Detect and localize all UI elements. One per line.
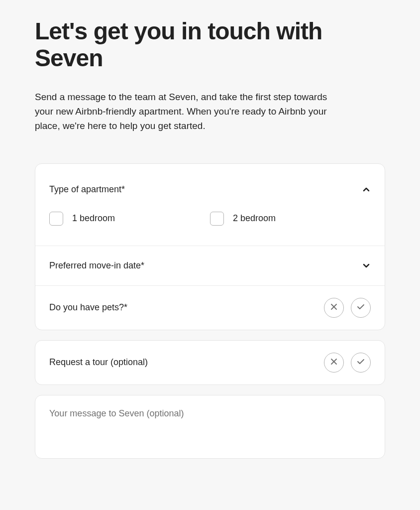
- chevron-down-icon: [362, 261, 371, 270]
- close-icon: [330, 358, 337, 367]
- tour-toggle: [324, 353, 371, 373]
- apartment-type-label: Type of apartment*: [49, 184, 125, 195]
- option-2-bedroom-label: 2 bedroom: [233, 213, 276, 224]
- form-card-main: Type of apartment* 1 bedroom 2 bedroom P…: [35, 163, 385, 330]
- section-pets: Do you have pets?*: [35, 286, 385, 330]
- apartment-type-options: 1 bedroom 2 bedroom: [35, 204, 385, 246]
- section-tour: Request a tour (optional): [35, 341, 385, 384]
- check-icon: [357, 303, 365, 312]
- section-move-in-date[interactable]: Preferred move-in date*: [35, 246, 385, 286]
- checkbox-1-bedroom[interactable]: [49, 212, 63, 226]
- option-2-bedroom[interactable]: 2 bedroom: [210, 212, 371, 226]
- pets-no-button[interactable]: [324, 298, 344, 318]
- checkbox-2-bedroom[interactable]: [210, 212, 224, 226]
- move-in-label: Preferred move-in date*: [49, 260, 144, 271]
- form-card-message: [35, 395, 385, 459]
- message-textarea[interactable]: [49, 408, 371, 440]
- pets-label: Do you have pets?*: [49, 302, 127, 313]
- option-1-bedroom[interactable]: 1 bedroom: [49, 212, 210, 226]
- page-title: Let's get you in touch with Seven: [35, 18, 385, 72]
- form-card-tour: Request a tour (optional): [35, 340, 385, 385]
- section-apartment-type[interactable]: Type of apartment*: [35, 164, 385, 204]
- option-1-bedroom-label: 1 bedroom: [72, 213, 115, 224]
- tour-label: Request a tour (optional): [49, 357, 148, 368]
- pets-toggle: [324, 298, 371, 318]
- close-icon: [330, 303, 337, 312]
- check-icon: [357, 358, 365, 367]
- intro-text: Send a message to the team at Seven, and…: [35, 90, 343, 133]
- tour-no-button[interactable]: [324, 353, 344, 373]
- pets-yes-button[interactable]: [351, 298, 371, 318]
- chevron-up-icon: [362, 185, 371, 194]
- tour-yes-button[interactable]: [351, 353, 371, 373]
